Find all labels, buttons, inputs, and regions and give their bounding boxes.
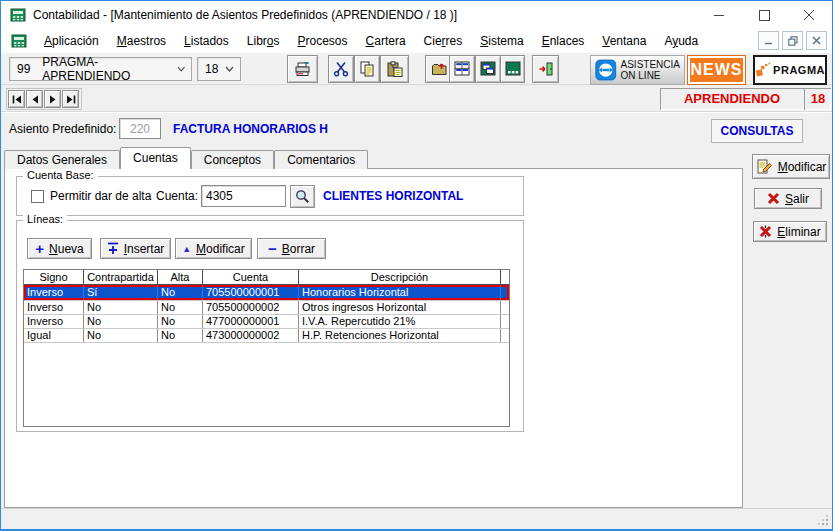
- maximize-button[interactable]: [742, 1, 787, 29]
- window-title: Contabilidad - [Mantenimiento de Asiento…: [33, 8, 457, 22]
- tab-conceptos[interactable]: Conceptos: [191, 150, 274, 169]
- consultas-button[interactable]: CONSULTAS: [711, 119, 803, 143]
- form-area: APRENDIENDO 18 Asiento Predefinido: FACT…: [1, 85, 832, 508]
- close-button[interactable]: [787, 1, 832, 29]
- resize-grip[interactable]: [816, 513, 830, 527]
- table-header: Signo Contrapartida Alta Cuenta Descripc…: [24, 270, 509, 285]
- eliminar-label: Eliminar: [777, 225, 820, 239]
- cuentas-tab-page: Cuenta Base: Permitir dar de alta Cuenta…: [4, 168, 743, 508]
- cuenta-base-legend: Cuenta Base:: [23, 169, 98, 181]
- paste-icon: [386, 61, 403, 77]
- cell-filler: [501, 301, 509, 314]
- copy-button[interactable]: [354, 55, 380, 83]
- mdi-close-button[interactable]: [806, 31, 827, 50]
- column-header-filler: [501, 270, 509, 284]
- pragma-logo-icon: [755, 58, 771, 82]
- table-row[interactable]: Igual No No 473000000002 H.P. Retencione…: [24, 329, 509, 343]
- salir-button[interactable]: Salir: [754, 188, 822, 209]
- table-row[interactable]: Inverso No No 477000000001 I.V.A. Reperc…: [24, 315, 509, 329]
- salir-label: Salir: [785, 192, 809, 206]
- first-record-button[interactable]: [8, 90, 25, 108]
- plus-icon: +: [35, 244, 44, 254]
- menu-ayuda[interactable]: Ayuda: [655, 31, 707, 51]
- arrange-icons-button[interactable]: [500, 55, 525, 83]
- paste-button[interactable]: [380, 55, 409, 83]
- borrar-button[interactable]: − Borrar: [257, 238, 326, 259]
- consultas-label: CONSULTAS: [721, 124, 794, 138]
- cell-alta: No: [158, 301, 203, 314]
- edit-document-icon: [756, 158, 773, 175]
- table-row[interactable]: Inverso No No 705500000002 Otros ingreso…: [24, 301, 509, 315]
- app-icon: [10, 7, 26, 23]
- cell-contrapartida: No: [84, 329, 158, 342]
- cell-descripcion: H.P. Retenciones Horizontal: [299, 329, 501, 342]
- menu-bar: Aplicación Maestros Listados Libros Proc…: [1, 29, 832, 53]
- menu-sistema[interactable]: Sistema: [471, 31, 532, 51]
- asiento-number-input[interactable]: [119, 118, 161, 139]
- tab-cuentas[interactable]: Cuentas: [120, 147, 191, 169]
- previous-record-icon: [31, 95, 39, 104]
- first-record-icon: [12, 95, 22, 104]
- tile-windows-button[interactable]: [449, 55, 475, 83]
- exercise-select[interactable]: 18: [197, 57, 241, 81]
- tab-datos-generales[interactable]: Datos Generales: [4, 150, 120, 169]
- table-row-selected[interactable]: Inverso Sí No 705500000001 Honorarios Ho…: [24, 285, 509, 301]
- column-header-alta: Alta: [158, 270, 203, 284]
- menu-cierres[interactable]: Cierres: [415, 31, 472, 51]
- red-x-icon: [767, 192, 780, 205]
- last-record-icon: [66, 95, 76, 104]
- cell-signo: Inverso: [24, 301, 84, 314]
- column-header-descripcion: Descripción: [299, 270, 501, 284]
- mdi-restore-button[interactable]: [782, 31, 803, 50]
- menu-maestros[interactable]: Maestros: [108, 31, 175, 51]
- cell-contrapartida: Sí: [84, 285, 158, 300]
- cell-signo: Inverso: [24, 315, 84, 328]
- asistencia-line1: ASISTENCIA: [621, 59, 680, 70]
- asiento-predefinido-label: Asiento Predefinido:: [9, 122, 116, 136]
- menu-ventana[interactable]: Ventana: [593, 31, 655, 51]
- scissors-icon: [333, 61, 349, 77]
- next-record-button[interactable]: [44, 90, 61, 108]
- cuenta-base-group: Cuenta Base: Permitir dar de alta Cuenta…: [16, 176, 524, 216]
- insertar-button[interactable]: Insertar: [100, 238, 171, 259]
- minimize-button[interactable]: [697, 1, 742, 29]
- cuenta-search-button[interactable]: [290, 185, 315, 208]
- mdi-child-icon[interactable]: [11, 33, 27, 49]
- arrange-icons-icon: [505, 61, 521, 77]
- tab-comentarios[interactable]: Comentarios: [274, 150, 368, 169]
- cell-filler: [501, 285, 509, 300]
- lineas-table[interactable]: Signo Contrapartida Alta Cuenta Descripc…: [23, 269, 510, 427]
- environment-exercise: 18: [805, 88, 831, 110]
- menu-aplicacion[interactable]: Aplicación: [35, 31, 108, 51]
- cuenta-input[interactable]: [201, 185, 286, 207]
- environment-name: APRENDIENDO: [660, 88, 804, 110]
- mdi-minimize-button[interactable]: [758, 31, 779, 50]
- menu-listados[interactable]: Listados: [175, 31, 238, 51]
- menu-procesos[interactable]: Procesos: [289, 31, 357, 51]
- menu-cartera[interactable]: Cartera: [357, 31, 415, 51]
- cut-button[interactable]: [328, 55, 354, 83]
- modificar-button[interactable]: Modificar: [752, 154, 830, 179]
- environment-indicator: APRENDIENDO 18: [660, 88, 831, 110]
- eliminar-button[interactable]: Eliminar: [753, 221, 827, 242]
- permitir-alta-checkbox[interactable]: [31, 190, 44, 203]
- cell-alta: No: [158, 329, 203, 342]
- nueva-button[interactable]: + Nueva: [27, 238, 92, 259]
- status-bar: [1, 508, 832, 529]
- news-badge[interactable]: NEWS: [687, 55, 746, 85]
- cell-cuenta: 473000000002: [203, 329, 299, 342]
- insertar-label: Insertar: [124, 242, 165, 256]
- menu-libros[interactable]: Libros: [238, 31, 289, 51]
- last-record-button[interactable]: [62, 90, 79, 108]
- previous-record-button[interactable]: [26, 90, 43, 108]
- menu-enlaces[interactable]: Enlaces: [533, 31, 594, 51]
- cell-cuenta: 705500000002: [203, 301, 299, 314]
- asistencia-online-badge[interactable]: ASISTENCIA ON LINE: [590, 55, 685, 85]
- modificar-linea-button[interactable]: ▲ Modificar: [175, 238, 252, 259]
- pragma-logo[interactable]: PRAGMA: [753, 55, 827, 85]
- print-setup-button[interactable]: [287, 55, 318, 83]
- chevron-down-icon: [177, 66, 185, 72]
- exit-button[interactable]: [532, 55, 559, 83]
- company-select[interactable]: 99 PRAGMA-APRENDIENDO: [9, 57, 192, 81]
- cascade-windows-button[interactable]: [475, 55, 501, 83]
